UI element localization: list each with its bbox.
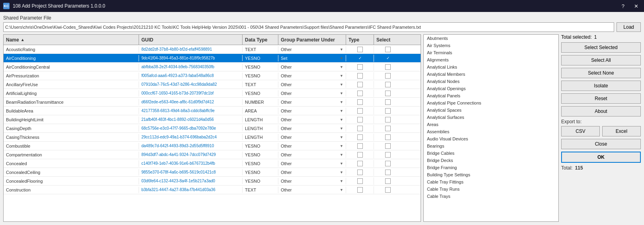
select-checkbox[interactable] (385, 143, 391, 149)
table-row[interactable]: BeamRadiationTransmittance d66f2ede-e563… (4, 98, 421, 107)
th-group[interactable]: Group Parameter Under (278, 35, 346, 45)
category-item[interactable]: Analytical Pipe Connections (424, 99, 558, 107)
help-button[interactable]: ? (619, 2, 627, 10)
table-row[interactable]: ConcealedFlooring 03d6fe64-c132-4423-8a4… (4, 177, 421, 186)
file-path-input[interactable] (3, 22, 614, 32)
cell-type[interactable] (346, 125, 374, 132)
cell-type[interactable] (346, 142, 374, 150)
cell-select[interactable] (374, 169, 402, 176)
csv-button[interactable]: CSV (561, 126, 600, 136)
cell-type[interactable] (346, 160, 374, 167)
category-item[interactable]: Air Systems (424, 42, 558, 49)
cell-select[interactable] (374, 63, 402, 71)
category-item[interactable]: Audio Visual Devices (424, 135, 558, 142)
category-item[interactable]: Analytical Openings (424, 85, 558, 92)
table-row[interactable]: Construction b3bfa321-4447-4a27-838a-f7b… (4, 186, 421, 194)
close-button[interactable]: Close (561, 139, 641, 149)
select-checkbox[interactable] (385, 108, 391, 114)
cell-group[interactable]: Other ▼ (278, 169, 346, 176)
select-checkbox[interactable] (385, 82, 391, 87)
category-item[interactable]: Alignments (424, 56, 558, 63)
category-item[interactable]: Areas (424, 121, 558, 128)
cell-select[interactable] (374, 90, 402, 97)
cell-type[interactable] (346, 169, 374, 176)
cell-group[interactable]: Other ▼ (278, 178, 346, 184)
cell-select[interactable] (374, 55, 402, 62)
excel-button[interactable]: Excel (602, 126, 641, 136)
table-row[interactable]: BuildingHeightLimit 21afb40f-483f-4bc1-8… (4, 115, 421, 124)
cell-group[interactable]: Other ▼ (278, 90, 346, 97)
table-row[interactable]: AirConditioningCentral abfbba38-2e2f-403… (4, 63, 421, 71)
category-item[interactable]: Analytical Members (424, 71, 558, 78)
cell-type[interactable] (346, 99, 374, 106)
about-button[interactable]: About (561, 106, 641, 116)
category-item[interactable]: Analytical Surfaces (424, 114, 558, 121)
cell-select[interactable] (374, 160, 402, 167)
type-checkbox[interactable] (357, 117, 363, 122)
category-item[interactable]: Bridge Decks (424, 157, 558, 164)
select-checkbox[interactable] (385, 73, 391, 79)
select-checkbox[interactable] (385, 91, 391, 96)
select-checkbox[interactable] (385, 117, 391, 122)
cell-select[interactable] (374, 178, 402, 185)
ok-button[interactable]: OK (561, 152, 641, 163)
select-checkbox[interactable] (385, 134, 391, 140)
type-checkbox[interactable] (357, 99, 363, 105)
select-checkbox[interactable] (385, 99, 391, 105)
cell-type[interactable] (346, 46, 374, 53)
table-row[interactable]: Combustible da489c7d-642f-4493-89d3-2d55… (4, 142, 421, 150)
cell-group[interactable]: Set ▼ (278, 55, 346, 61)
category-item[interactable]: Bridge Framing (424, 164, 558, 171)
category-item[interactable]: Bridge Cables (424, 150, 558, 157)
close-window-button[interactable]: ✕ (632, 2, 641, 10)
type-checkbox[interactable] (357, 82, 363, 87)
type-checkbox[interactable] (357, 170, 363, 175)
category-item[interactable]: Analytical Spaces (424, 107, 558, 114)
type-checkbox[interactable] (357, 126, 363, 131)
table-row[interactable]: AcousticRating 8d2dd2df-37b8-4b80-bf2d-e… (4, 45, 421, 54)
select-all-button[interactable]: Select All (561, 55, 641, 65)
table-row[interactable]: ConcealedCeiling 9855e370-678f-4a6c-b695… (4, 168, 421, 177)
cell-type[interactable] (346, 90, 374, 97)
cell-select[interactable] (374, 81, 402, 88)
type-checkbox[interactable] (357, 178, 363, 184)
th-guid[interactable]: GUID (139, 35, 243, 45)
type-checkbox[interactable] (357, 187, 363, 193)
category-item[interactable]: Building Type Settings (424, 171, 558, 178)
select-checkbox[interactable] (385, 64, 391, 70)
cell-group[interactable]: Other ▼ (278, 134, 346, 140)
select-checkbox[interactable] (385, 55, 391, 61)
th-datatype[interactable]: Data Type (243, 35, 278, 45)
cell-select[interactable] (374, 46, 402, 53)
cell-group[interactable]: Other ▼ (278, 108, 346, 114)
cell-group[interactable]: Other ▼ (278, 116, 346, 123)
category-item[interactable]: Bearings (424, 142, 558, 150)
cell-select[interactable] (374, 134, 402, 141)
cell-group[interactable]: Other ▼ (278, 73, 346, 79)
category-item[interactable]: Analytical Panels (424, 92, 558, 99)
type-checkbox[interactable] (357, 134, 363, 140)
th-select[interactable]: Select (374, 35, 402, 45)
cell-select[interactable] (374, 99, 402, 106)
table-row[interactable]: BuildableArea 42177358-6813-49d4-b8a3-cd… (4, 107, 421, 115)
cell-type[interactable] (346, 186, 374, 193)
cell-group[interactable]: Other ▼ (278, 99, 346, 105)
select-checkbox[interactable] (385, 47, 391, 52)
cell-type[interactable] (346, 107, 374, 114)
table-row[interactable]: Compartmentation 894d3df7-abdc-4a41-9324… (4, 150, 421, 159)
table-row[interactable]: AirPressurization f005afcd-aaa6-4923-a37… (4, 71, 421, 80)
th-name[interactable]: Name ▲ (4, 35, 139, 45)
type-checkbox[interactable] (357, 55, 363, 61)
type-checkbox[interactable] (357, 73, 363, 79)
type-checkbox[interactable] (357, 47, 363, 52)
cell-group[interactable]: Other ▼ (278, 81, 346, 88)
select-checkbox[interactable] (385, 187, 391, 193)
cell-group[interactable]: Other ▼ (278, 46, 346, 53)
type-checkbox[interactable] (357, 152, 363, 158)
category-item[interactable]: Assemblies (424, 128, 558, 135)
th-type[interactable]: Type (346, 35, 374, 45)
type-checkbox[interactable] (357, 91, 363, 96)
cell-group[interactable]: Other ▼ (278, 64, 346, 70)
cell-group[interactable]: Other ▼ (278, 152, 346, 158)
category-item[interactable]: Analytical Links (424, 63, 558, 71)
